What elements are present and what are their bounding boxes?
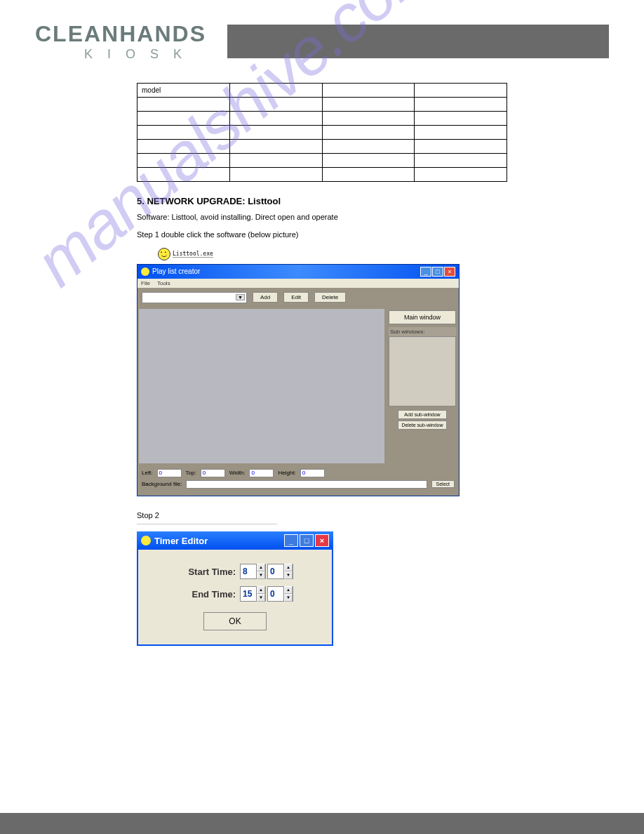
delete-subwindow-button[interactable]: Delete sub-window <box>398 421 447 430</box>
cell <box>137 168 230 182</box>
menubar: File Tools <box>137 279 459 288</box>
end-hour-spinner[interactable]: 15 ▲▼ <box>240 586 266 602</box>
cell <box>322 126 415 140</box>
side-panel: Main window Sub windows: Add sub-window … <box>386 307 459 465</box>
canvas-area[interactable] <box>139 309 384 463</box>
smiley-icon <box>141 536 151 545</box>
left-label: Left: <box>142 470 153 476</box>
end-minute-spinner[interactable]: 0 ▲▼ <box>267 586 293 602</box>
toolbar: Add Edit Delete <box>137 288 459 307</box>
step2-label: Stop 2 <box>137 510 277 524</box>
logo-main: CLEANHANDS <box>35 21 206 47</box>
up-arrow-icon[interactable]: ▲ <box>257 564 265 571</box>
background-label: Background file: <box>142 481 182 487</box>
page-header: CLEANHANDS K I O S K <box>0 0 644 62</box>
smiley-icon <box>158 248 170 260</box>
start-hour-spinner[interactable]: 8 ▲▼ <box>240 564 266 579</box>
down-arrow-icon[interactable]: ▼ <box>257 571 265 579</box>
cell <box>229 154 322 168</box>
maximize-button[interactable]: □ <box>432 267 443 277</box>
cell <box>137 98 230 112</box>
background-input[interactable] <box>186 480 427 489</box>
up-arrow-icon[interactable]: ▲ <box>257 586 265 594</box>
sub-windows-label: Sub windows: <box>389 327 456 336</box>
step-label: Step 1 double click the software (below … <box>137 230 507 240</box>
up-arrow-icon[interactable]: ▲ <box>284 564 293 571</box>
close-button[interactable]: × <box>444 267 455 277</box>
window-title: Play list creator <box>152 267 200 275</box>
bottom-bar: Left: 0 Top: 0 Width: 0 Height: 0 Backgr… <box>137 465 459 496</box>
main-window-button[interactable]: Main window <box>389 310 456 324</box>
height-label: Height: <box>278 470 295 476</box>
down-arrow-icon[interactable]: ▼ <box>284 594 293 602</box>
cell <box>415 84 507 98</box>
cell <box>137 112 230 126</box>
minimize-button[interactable]: _ <box>284 534 298 547</box>
end-minute-value: 0 <box>268 589 283 599</box>
top-label: Top: <box>186 470 196 476</box>
cell <box>415 154 507 168</box>
cell <box>229 168 322 182</box>
cell <box>137 126 230 140</box>
spec-table: model <box>137 83 507 182</box>
cell <box>322 112 415 126</box>
add-button[interactable]: Add <box>253 292 278 303</box>
timer-window: Timer Editor _ □ × Start Time: 8 ▲▼ 0 <box>137 531 333 646</box>
width-input[interactable]: 0 <box>249 469 274 477</box>
delete-button[interactable]: Delete <box>314 292 346 303</box>
cell <box>415 168 507 182</box>
cell <box>415 112 507 126</box>
cell <box>137 140 230 154</box>
section-para: Software: Listtool, avoid installing. Di… <box>137 212 507 223</box>
cell <box>322 168 415 182</box>
cell <box>415 98 507 112</box>
cell <box>322 84 415 98</box>
cell <box>137 154 230 168</box>
start-minute-value: 0 <box>268 567 283 576</box>
down-arrow-icon[interactable]: ▼ <box>284 571 293 579</box>
timer-titlebar: Timer Editor _ □ × <box>137 531 333 550</box>
cell <box>415 126 507 140</box>
width-label: Width: <box>229 470 246 476</box>
top-input[interactable]: 0 <box>201 469 225 477</box>
left-input[interactable]: 0 <box>157 469 182 477</box>
start-minute-spinner[interactable]: 0 ▲▼ <box>267 564 293 579</box>
logo: CLEANHANDS K I O S K <box>35 21 206 62</box>
ok-button[interactable]: OK <box>203 612 266 630</box>
sub-windows-list[interactable] <box>389 336 456 406</box>
start-time-label: Start Time: <box>188 567 236 577</box>
exe-name: Listtool.exe <box>173 251 213 258</box>
add-subwindow-button[interactable]: Add sub-window <box>398 410 447 419</box>
timer-body: Start Time: 8 ▲▼ 0 ▲▼ End Time: 15 ▲▼ <box>137 550 333 646</box>
up-arrow-icon[interactable]: ▲ <box>284 586 293 594</box>
cell <box>322 98 415 112</box>
maximize-button[interactable]: □ <box>300 534 314 547</box>
mid-area: Main window Sub windows: Add sub-window … <box>137 307 459 465</box>
smiley-icon <box>141 267 149 276</box>
cell <box>229 140 322 154</box>
timer-title-text: Timer Editor <box>154 536 208 546</box>
menu-file[interactable]: File <box>141 280 150 286</box>
cell <box>229 112 322 126</box>
playlist-window: Play list creator _ □ × File Tools Add E… <box>137 264 459 496</box>
footer-bar <box>0 813 644 834</box>
height-input[interactable]: 0 <box>300 469 325 477</box>
select-button[interactable]: Select <box>431 480 455 488</box>
playlist-titlebar: Play list creator _ □ × <box>137 265 459 279</box>
edit-button[interactable]: Edit <box>283 292 309 303</box>
menu-tools[interactable]: Tools <box>157 280 170 286</box>
minimize-button[interactable]: _ <box>420 267 431 277</box>
cell <box>229 98 322 112</box>
end-hour-value: 15 <box>241 589 256 599</box>
down-arrow-icon[interactable]: ▼ <box>257 594 265 602</box>
cell <box>229 126 322 140</box>
section-title: 5. NETWORK UPGRADE: Listtool <box>137 196 507 206</box>
playlist-dropdown[interactable] <box>142 292 247 303</box>
header-bar <box>227 25 609 58</box>
close-button[interactable]: × <box>315 534 329 547</box>
start-hour-value: 8 <box>241 567 256 576</box>
end-time-label: End Time: <box>192 589 236 600</box>
cell <box>322 154 415 168</box>
logo-sub: K I O S K <box>35 47 206 62</box>
exe-icon-row: Listtool.exe <box>158 248 507 260</box>
